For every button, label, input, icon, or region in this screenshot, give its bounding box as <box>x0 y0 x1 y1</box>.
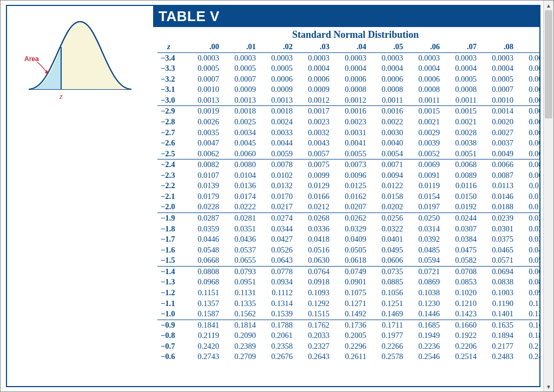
value-cell: 0.0007 <box>186 74 222 85</box>
table-row: −0.80.21190.20900.20610.20330.20050.1977… <box>157 330 540 341</box>
column-header: .01 <box>222 42 259 52</box>
value-cell: 0.1112 <box>259 288 296 298</box>
value-cell: 0.0823 <box>517 277 540 288</box>
table-row: −2.10.01790.01740.01700.01660.01620.0158… <box>157 191 540 202</box>
scroll-thumb[interactable] <box>545 10 552 118</box>
value-cell: 0.2643 <box>296 351 333 362</box>
value-cell: 0.0154 <box>406 191 443 202</box>
value-cell: 0.0005 <box>517 74 540 85</box>
value-cell: 0.0495 <box>370 245 406 256</box>
value-cell: 0.0485 <box>406 245 443 256</box>
z-cell: −2.4 <box>157 160 186 170</box>
value-cell: 0.1401 <box>480 309 517 320</box>
table-row: −2.70.00350.00340.00330.00320.00310.0030… <box>157 128 540 138</box>
value-cell: 0.2743 <box>186 351 222 362</box>
value-cell: 0.0179 <box>186 191 222 202</box>
scroll-down-button[interactable]: ▼ <box>544 382 553 391</box>
z-cell: −2.1 <box>157 191 186 202</box>
table-row: −3.10.00100.00090.00090.00090.00080.0008… <box>157 84 540 95</box>
value-cell: 0.0005 <box>259 63 296 74</box>
table-row: −2.20.01390.01360.01320.01290.01250.0122… <box>157 181 540 191</box>
table-column: TABLE V Standard Normal Distribution z.0… <box>153 6 540 386</box>
value-cell: 0.0011 <box>406 95 443 106</box>
value-cell: 0.0239 <box>480 213 517 224</box>
value-cell: 0.0030 <box>370 128 406 138</box>
value-cell: 0.2061 <box>259 330 296 341</box>
value-cell: 0.0192 <box>443 202 480 212</box>
value-cell: 0.0125 <box>333 181 370 191</box>
column-header: .04 <box>333 42 370 52</box>
value-cell: 0.1977 <box>370 330 406 341</box>
table-row: −1.20.11510.11310.11120.10930.10750.1056… <box>157 288 540 298</box>
value-cell: 0.0013 <box>259 95 296 106</box>
value-cell: 0.0202 <box>370 202 406 212</box>
value-cell: 0.0004 <box>370 63 406 74</box>
value-cell: 0.2148 <box>517 341 540 352</box>
value-cell: 0.0015 <box>406 106 443 117</box>
value-cell: 0.1515 <box>296 309 333 320</box>
value-cell: 0.0188 <box>480 202 517 212</box>
value-cell: 0.1635 <box>480 320 517 330</box>
value-cell: 0.0166 <box>296 191 333 202</box>
value-cell: 0.2206 <box>443 341 480 352</box>
value-cell: 0.0322 <box>370 224 406 235</box>
value-cell: 0.0392 <box>406 234 443 245</box>
value-cell: 0.0351 <box>222 224 259 235</box>
value-cell: 0.0019 <box>517 117 540 128</box>
value-cell: 0.0089 <box>443 170 480 181</box>
value-cell: 0.0004 <box>296 63 333 74</box>
value-cell: 0.0066 <box>480 160 517 170</box>
value-cell: 0.0060 <box>222 149 259 160</box>
value-cell: 0.0044 <box>259 138 296 149</box>
value-cell: 0.0028 <box>443 128 480 138</box>
value-cell: 0.0018 <box>222 106 259 117</box>
value-cell: 0.0314 <box>406 224 443 235</box>
value-cell: 0.0064 <box>517 160 540 170</box>
z-cell: −3.3 <box>157 63 186 74</box>
value-cell: 0.0116 <box>443 181 480 191</box>
value-cell: 0.0869 <box>406 277 443 288</box>
value-cell: 0.1251 <box>370 298 406 309</box>
value-cell: 0.0011 <box>370 95 406 106</box>
z-cell: −1.9 <box>157 213 186 224</box>
table-row: −3.20.00070.00070.00060.00060.00060.0006… <box>157 74 540 85</box>
z-cell: −0.6 <box>157 351 186 362</box>
value-cell: 0.1587 <box>186 309 222 320</box>
value-cell: 0.2514 <box>443 351 480 362</box>
value-cell: 0.2451 <box>517 351 540 362</box>
value-cell: 0.0764 <box>296 266 333 277</box>
value-cell: 0.0078 <box>259 160 296 170</box>
value-cell: 0.2090 <box>222 330 259 341</box>
value-cell: 0.0455 <box>517 245 540 256</box>
value-cell: 0.1841 <box>186 320 222 330</box>
value-cell: 0.0465 <box>480 245 517 256</box>
value-cell: 0.0150 <box>443 191 480 202</box>
column-header: .08 <box>480 42 517 52</box>
value-cell: 0.0329 <box>333 224 370 235</box>
value-cell: 0.0301 <box>480 224 517 235</box>
value-cell: 0.0594 <box>406 255 443 266</box>
value-cell: 0.0183 <box>517 202 540 212</box>
value-cell: 0.0003 <box>186 52 222 63</box>
value-cell: 0.0025 <box>222 117 259 128</box>
scroll-up-button[interactable]: ▲ <box>544 1 553 10</box>
value-cell: 0.0087 <box>480 170 517 181</box>
page-content: Area z TABLE V Standard Normal Distribut… <box>7 6 539 386</box>
value-cell: 0.0968 <box>186 277 222 288</box>
value-cell: 0.0013 <box>186 95 222 106</box>
vertical-scrollbar[interactable]: ▲ ▼ <box>543 1 553 391</box>
z-cell: −1.4 <box>157 266 186 277</box>
z-cell: −3.2 <box>157 74 186 85</box>
document-viewport: Area z TABLE V Standard Normal Distribut… <box>0 0 554 392</box>
value-cell: 0.2546 <box>406 351 443 362</box>
table-row: −0.70.24200.23890.23580.23270.22960.2266… <box>157 341 540 352</box>
z-cell: −1.6 <box>157 245 186 256</box>
value-cell: 0.0110 <box>517 181 540 191</box>
z-cell: −0.8 <box>157 330 186 341</box>
value-cell: 0.2483 <box>480 351 517 362</box>
value-cell: 0.1711 <box>370 320 406 330</box>
table-row: −1.80.03590.03510.03440.03360.03290.0322… <box>157 224 540 235</box>
value-cell: 0.0034 <box>222 128 259 138</box>
value-cell: 0.0012 <box>333 95 370 106</box>
value-cell: 0.0082 <box>186 160 222 170</box>
